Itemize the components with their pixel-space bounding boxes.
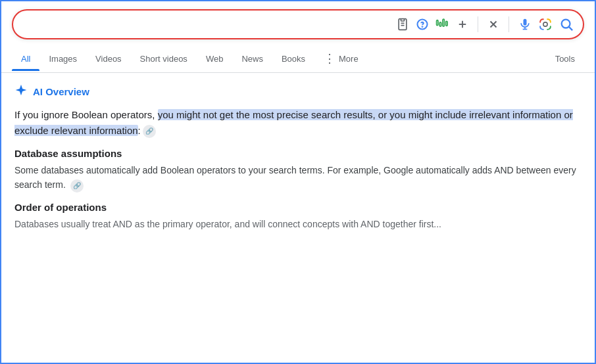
- tools-tab[interactable]: Tools: [546, 47, 584, 70]
- clipboard-icon[interactable]: [396, 18, 409, 31]
- svg-line-18: [569, 27, 572, 30]
- database-assumptions-text: Some databases automatically add Boolean…: [14, 163, 582, 193]
- tab-images[interactable]: Images: [39, 47, 86, 70]
- more-dots-icon: ⋮: [324, 51, 335, 66]
- search-icons: [396, 16, 574, 32]
- ai-overview-header: AI Overview: [14, 83, 582, 99]
- vertical-divider-2: [509, 16, 509, 32]
- svg-rect-0: [401, 19, 405, 21]
- svg-rect-6: [439, 22, 441, 26]
- search-bar-container: what happens if i ignore Boolean operato…: [12, 9, 584, 39]
- svg-point-17: [562, 20, 570, 28]
- tab-more[interactable]: ⋮ More: [314, 45, 368, 72]
- svg-point-16: [543, 22, 547, 26]
- svg-rect-7: [443, 19, 444, 26]
- svg-rect-13: [524, 19, 527, 26]
- search-input[interactable]: what happens if i ignore Boolean operato…: [22, 18, 396, 30]
- equalizer-icon[interactable]: [435, 18, 450, 31]
- search-bar-area: what happens if i ignore Boolean operato…: [1, 1, 595, 45]
- question-icon[interactable]: [416, 18, 429, 31]
- svg-rect-8: [446, 21, 447, 26]
- tab-all[interactable]: All: [12, 47, 39, 70]
- mic-icon[interactable]: [518, 18, 532, 31]
- ai-intro-text: If you ignore Boolean operators,: [14, 109, 158, 120]
- tab-books[interactable]: Books: [272, 47, 314, 70]
- search-button-icon[interactable]: [559, 17, 574, 32]
- add-icon[interactable]: [457, 18, 468, 30]
- nav-tabs: All Images Videos Short videos Web News …: [1, 45, 595, 73]
- tab-news[interactable]: News: [232, 47, 272, 70]
- ai-overview-title: AI Overview: [33, 86, 89, 97]
- tab-web[interactable]: Web: [197, 47, 233, 70]
- ai-colon: :: [138, 125, 141, 136]
- link-icon-2[interactable]: 🔗: [70, 179, 84, 193]
- ai-overview-text: If you ignore Boolean operators, you mig…: [14, 107, 582, 139]
- database-assumptions-heading: Database assumptions: [14, 148, 582, 159]
- close-icon[interactable]: [487, 18, 499, 30]
- svg-point-4: [422, 26, 423, 27]
- tab-videos[interactable]: Videos: [86, 47, 131, 70]
- order-operations-text: Databases usually treat AND as the prima…: [14, 217, 582, 231]
- link-icon-1[interactable]: 🔗: [143, 125, 156, 138]
- ai-diamond-icon: [14, 83, 28, 99]
- vertical-divider: [478, 16, 478, 32]
- tab-short-videos[interactable]: Short videos: [131, 47, 197, 70]
- lens-icon[interactable]: [538, 17, 553, 32]
- main-content: AI Overview If you ignore Boolean operat…: [1, 73, 595, 242]
- svg-rect-5: [437, 20, 438, 26]
- order-operations-heading: Order of operations: [14, 202, 582, 213]
